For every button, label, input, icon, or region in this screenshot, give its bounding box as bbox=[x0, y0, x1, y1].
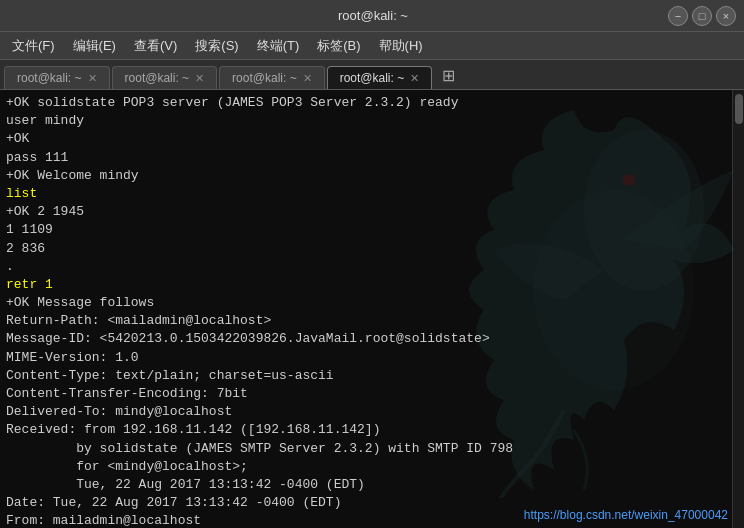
terminal-container: +OK solidstate POP3 server (JAMES POP3 S… bbox=[0, 90, 744, 528]
terminal-line: +OK solidstate POP3 server (JAMES POP3 S… bbox=[6, 94, 726, 112]
minimize-button[interactable]: − bbox=[668, 6, 688, 26]
terminal-line: list bbox=[6, 185, 726, 203]
terminal-line: +OK Message follows bbox=[6, 294, 726, 312]
terminal-line: for <mindy@localhost>; bbox=[6, 458, 726, 476]
terminal-line: +OK 2 1945 bbox=[6, 203, 726, 221]
scrollbar-thumb[interactable] bbox=[735, 94, 743, 124]
tab-4-close[interactable]: ✕ bbox=[410, 72, 419, 85]
terminal-line: Message-ID: <5420213.0.1503422039826.Jav… bbox=[6, 330, 726, 348]
terminal-line: +OK bbox=[6, 130, 726, 148]
terminal-line: 1 1109 bbox=[6, 221, 726, 239]
menu-bar: 文件(F)编辑(E)查看(V)搜索(S)终端(T)标签(B)帮助(H) bbox=[0, 32, 744, 60]
terminal-line: Received: from 192.168.11.142 ([192.168.… bbox=[6, 421, 726, 439]
terminal-line: Return-Path: <mailadmin@localhost> bbox=[6, 312, 726, 330]
tab-1[interactable]: root@kali: ~ ✕ bbox=[4, 66, 110, 89]
terminal-output: +OK solidstate POP3 server (JAMES POP3 S… bbox=[0, 90, 732, 528]
terminal-line: Tue, 22 Aug 2017 13:13:42 -0400 (EDT) bbox=[6, 476, 726, 494]
tab-1-close[interactable]: ✕ bbox=[88, 72, 97, 85]
new-tab-button[interactable]: ⊞ bbox=[434, 62, 463, 89]
menu-item-帮助(H)[interactable]: 帮助(H) bbox=[371, 35, 431, 57]
menu-item-终端(T)[interactable]: 终端(T) bbox=[249, 35, 308, 57]
terminal-line: MIME-Version: 1.0 bbox=[6, 349, 726, 367]
terminal-line: Content-Type: text/plain; charset=us-asc… bbox=[6, 367, 726, 385]
tab-2-close[interactable]: ✕ bbox=[195, 72, 204, 85]
tab-2-label: root@kali: ~ bbox=[125, 71, 190, 85]
tab-bar: root@kali: ~ ✕ root@kali: ~ ✕ root@kali:… bbox=[0, 60, 744, 90]
terminal-line: Content-Transfer-Encoding: 7bit bbox=[6, 385, 726, 403]
terminal-line: by solidstate (JAMES SMTP Server 2.3.2) … bbox=[6, 440, 726, 458]
window-controls: − □ × bbox=[668, 6, 736, 26]
terminal-line: +OK Welcome mindy bbox=[6, 167, 726, 185]
terminal-line: . bbox=[6, 258, 726, 276]
window-title: root@kali: ~ bbox=[78, 8, 668, 23]
watermark-link: https://blog.csdn.net/weixin_47000042 bbox=[524, 508, 728, 522]
tab-3-label: root@kali: ~ bbox=[232, 71, 297, 85]
tab-4[interactable]: root@kali: ~ ✕ bbox=[327, 66, 433, 89]
close-button[interactable]: × bbox=[716, 6, 736, 26]
tab-3[interactable]: root@kali: ~ ✕ bbox=[219, 66, 325, 89]
tab-3-close[interactable]: ✕ bbox=[303, 72, 312, 85]
tab-2[interactable]: root@kali: ~ ✕ bbox=[112, 66, 218, 89]
terminal-line: pass 111 bbox=[6, 149, 726, 167]
tab-1-label: root@kali: ~ bbox=[17, 71, 82, 85]
menu-item-编辑(E)[interactable]: 编辑(E) bbox=[65, 35, 124, 57]
title-bar: root@kali: ~ − □ × bbox=[0, 0, 744, 32]
terminal-line: retr 1 bbox=[6, 276, 726, 294]
menu-item-文件(F)[interactable]: 文件(F) bbox=[4, 35, 63, 57]
menu-item-搜索(S)[interactable]: 搜索(S) bbox=[187, 35, 246, 57]
terminal-line: Delivered-To: mindy@localhost bbox=[6, 403, 726, 421]
menu-item-查看(V)[interactable]: 查看(V) bbox=[126, 35, 185, 57]
terminal-line: 2 836 bbox=[6, 240, 726, 258]
maximize-button[interactable]: □ bbox=[692, 6, 712, 26]
terminal-line: user mindy bbox=[6, 112, 726, 130]
menu-item-标签(B)[interactable]: 标签(B) bbox=[309, 35, 368, 57]
tab-4-label: root@kali: ~ bbox=[340, 71, 405, 85]
scrollbar[interactable] bbox=[732, 90, 744, 528]
